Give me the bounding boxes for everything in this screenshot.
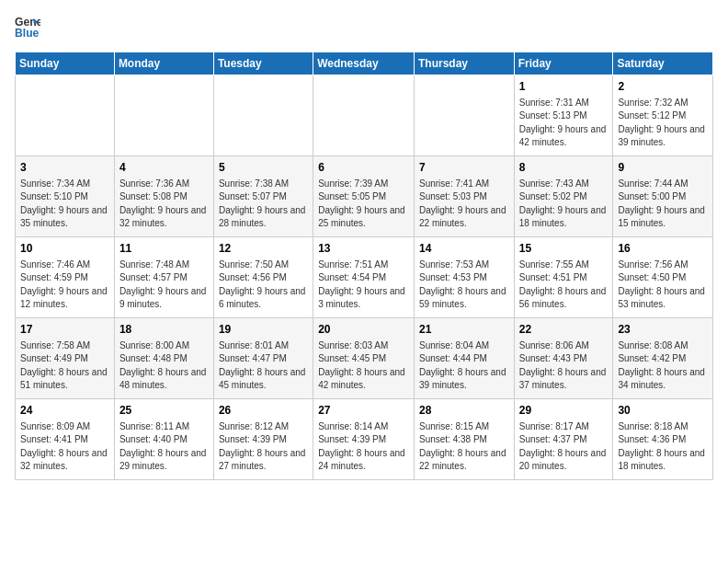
day-info: Sunrise: 8:18 AM Sunset: 4:36 PM Dayligh… <box>618 420 708 474</box>
day-number: 10 <box>20 241 109 257</box>
weekday-header-monday: Monday <box>114 52 213 75</box>
day-number: 19 <box>219 322 308 338</box>
day-info: Sunrise: 8:06 AM Sunset: 4:43 PM Dayligh… <box>519 339 609 393</box>
day-number: 2 <box>618 79 708 95</box>
day-info: Sunrise: 8:09 AM Sunset: 4:41 PM Dayligh… <box>20 420 109 474</box>
day-number: 30 <box>618 403 708 419</box>
day-number: 11 <box>119 241 209 257</box>
day-number: 8 <box>519 160 609 176</box>
day-number: 5 <box>219 160 308 176</box>
calendar-cell: 12Sunrise: 7:50 AM Sunset: 4:56 PM Dayli… <box>213 237 313 318</box>
weekday-header-sunday: Sunday <box>16 52 115 75</box>
day-info: Sunrise: 7:32 AM Sunset: 5:12 PM Dayligh… <box>618 97 708 150</box>
calendar-cell: 6Sunrise: 7:39 AM Sunset: 5:05 PM Daylig… <box>313 156 415 237</box>
calendar-cell: 8Sunrise: 7:43 AM Sunset: 5:02 PM Daylig… <box>514 156 613 237</box>
day-info: Sunrise: 7:44 AM Sunset: 5:00 PM Dayligh… <box>618 178 708 231</box>
day-info: Sunrise: 8:08 AM Sunset: 4:42 PM Dayligh… <box>618 339 708 393</box>
day-number: 6 <box>318 160 409 176</box>
day-number: 21 <box>419 322 509 338</box>
calendar-cell <box>114 75 213 156</box>
day-number: 4 <box>119 160 209 176</box>
calendar-cell: 30Sunrise: 8:18 AM Sunset: 4:36 PM Dayli… <box>613 399 713 480</box>
day-number: 9 <box>618 160 708 176</box>
day-info: Sunrise: 8:01 AM Sunset: 4:47 PM Dayligh… <box>219 339 308 393</box>
calendar-cell: 16Sunrise: 7:56 AM Sunset: 4:50 PM Dayli… <box>613 237 713 318</box>
day-number: 29 <box>519 403 609 419</box>
calendar-cell: 2Sunrise: 7:32 AM Sunset: 5:12 PM Daylig… <box>613 75 713 156</box>
day-number: 18 <box>119 322 209 338</box>
day-number: 24 <box>20 403 109 419</box>
calendar-cell <box>213 75 313 156</box>
calendar-cell: 10Sunrise: 7:46 AM Sunset: 4:59 PM Dayli… <box>16 237 115 318</box>
calendar-cell <box>16 75 115 156</box>
calendar-cell <box>313 75 415 156</box>
day-info: Sunrise: 7:58 AM Sunset: 4:49 PM Dayligh… <box>20 339 109 393</box>
calendar-cell: 21Sunrise: 8:04 AM Sunset: 4:44 PM Dayli… <box>414 318 514 399</box>
day-number: 17 <box>20 322 109 338</box>
calendar-cell: 1Sunrise: 7:31 AM Sunset: 5:13 PM Daylig… <box>514 75 613 156</box>
calendar-cell: 27Sunrise: 8:14 AM Sunset: 4:39 PM Dayli… <box>313 399 415 480</box>
day-number: 16 <box>618 241 708 257</box>
day-info: Sunrise: 7:50 AM Sunset: 4:56 PM Dayligh… <box>219 259 308 312</box>
calendar-cell: 13Sunrise: 7:51 AM Sunset: 4:54 PM Dayli… <box>313 237 415 318</box>
calendar-cell: 20Sunrise: 8:03 AM Sunset: 4:45 PM Dayli… <box>313 318 415 399</box>
day-info: Sunrise: 7:31 AM Sunset: 5:13 PM Dayligh… <box>519 97 609 150</box>
calendar-cell: 17Sunrise: 7:58 AM Sunset: 4:49 PM Dayli… <box>16 318 115 399</box>
day-number: 25 <box>119 403 209 419</box>
day-number: 13 <box>318 241 409 257</box>
day-info: Sunrise: 7:46 AM Sunset: 4:59 PM Dayligh… <box>20 259 109 312</box>
day-info: Sunrise: 7:43 AM Sunset: 5:02 PM Dayligh… <box>519 178 609 231</box>
day-info: Sunrise: 8:04 AM Sunset: 4:44 PM Dayligh… <box>419 339 509 393</box>
calendar-cell: 7Sunrise: 7:41 AM Sunset: 5:03 PM Daylig… <box>414 156 514 237</box>
day-info: Sunrise: 7:51 AM Sunset: 4:54 PM Dayligh… <box>318 259 409 312</box>
week-row-4: 17Sunrise: 7:58 AM Sunset: 4:49 PM Dayli… <box>16 318 713 399</box>
calendar-cell: 23Sunrise: 8:08 AM Sunset: 4:42 PM Dayli… <box>613 318 713 399</box>
week-row-1: 1Sunrise: 7:31 AM Sunset: 5:13 PM Daylig… <box>16 75 713 156</box>
day-info: Sunrise: 8:14 AM Sunset: 4:39 PM Dayligh… <box>318 420 409 474</box>
day-info: Sunrise: 7:48 AM Sunset: 4:57 PM Dayligh… <box>119 259 209 312</box>
calendar-cell: 19Sunrise: 8:01 AM Sunset: 4:47 PM Dayli… <box>213 318 313 399</box>
day-info: Sunrise: 8:11 AM Sunset: 4:40 PM Dayligh… <box>119 420 209 474</box>
week-row-3: 10Sunrise: 7:46 AM Sunset: 4:59 PM Dayli… <box>16 237 713 318</box>
day-info: Sunrise: 8:03 AM Sunset: 4:45 PM Dayligh… <box>318 339 409 393</box>
day-info: Sunrise: 7:34 AM Sunset: 5:10 PM Dayligh… <box>20 178 109 231</box>
day-info: Sunrise: 7:38 AM Sunset: 5:07 PM Dayligh… <box>219 178 308 231</box>
day-info: Sunrise: 7:39 AM Sunset: 5:05 PM Dayligh… <box>318 178 409 231</box>
day-info: Sunrise: 8:15 AM Sunset: 4:38 PM Dayligh… <box>419 420 509 474</box>
weekday-header-saturday: Saturday <box>613 52 713 75</box>
calendar-cell: 26Sunrise: 8:12 AM Sunset: 4:39 PM Dayli… <box>213 399 313 480</box>
day-number: 12 <box>219 241 308 257</box>
weekday-header-friday: Friday <box>514 52 613 75</box>
logo-icon: General Blue <box>15 15 40 40</box>
day-info: Sunrise: 8:00 AM Sunset: 4:48 PM Dayligh… <box>119 339 209 393</box>
weekday-header-tuesday: Tuesday <box>213 52 313 75</box>
day-info: Sunrise: 7:56 AM Sunset: 4:50 PM Dayligh… <box>618 259 708 312</box>
day-info: Sunrise: 8:17 AM Sunset: 4:37 PM Dayligh… <box>519 420 609 474</box>
logo: General Blue <box>15 15 44 40</box>
day-info: Sunrise: 7:55 AM Sunset: 4:51 PM Dayligh… <box>519 259 609 312</box>
day-info: Sunrise: 8:12 AM Sunset: 4:39 PM Dayligh… <box>219 420 308 474</box>
calendar-cell: 4Sunrise: 7:36 AM Sunset: 5:08 PM Daylig… <box>114 156 213 237</box>
calendar-cell: 14Sunrise: 7:53 AM Sunset: 4:53 PM Dayli… <box>414 237 514 318</box>
day-number: 28 <box>419 403 509 419</box>
weekday-header-wednesday: Wednesday <box>313 52 415 75</box>
day-number: 20 <box>318 322 409 338</box>
day-number: 15 <box>519 241 609 257</box>
calendar-cell: 15Sunrise: 7:55 AM Sunset: 4:51 PM Dayli… <box>514 237 613 318</box>
calendar-cell: 29Sunrise: 8:17 AM Sunset: 4:37 PM Dayli… <box>514 399 613 480</box>
weekday-header-thursday: Thursday <box>414 52 514 75</box>
svg-text:Blue: Blue <box>15 27 40 40</box>
calendar-cell: 9Sunrise: 7:44 AM Sunset: 5:00 PM Daylig… <box>613 156 713 237</box>
weekday-header-row: SundayMondayTuesdayWednesdayThursdayFrid… <box>16 52 713 75</box>
header: General Blue <box>15 15 713 40</box>
day-number: 14 <box>419 241 509 257</box>
calendar-cell <box>414 75 514 156</box>
week-row-2: 3Sunrise: 7:34 AM Sunset: 5:10 PM Daylig… <box>16 156 713 237</box>
day-number: 3 <box>20 160 109 176</box>
day-info: Sunrise: 7:41 AM Sunset: 5:03 PM Dayligh… <box>419 178 509 231</box>
calendar-cell: 22Sunrise: 8:06 AM Sunset: 4:43 PM Dayli… <box>514 318 613 399</box>
day-number: 22 <box>519 322 609 338</box>
day-number: 23 <box>618 322 708 338</box>
calendar-cell: 24Sunrise: 8:09 AM Sunset: 4:41 PM Dayli… <box>16 399 115 480</box>
day-info: Sunrise: 7:36 AM Sunset: 5:08 PM Dayligh… <box>119 178 209 231</box>
